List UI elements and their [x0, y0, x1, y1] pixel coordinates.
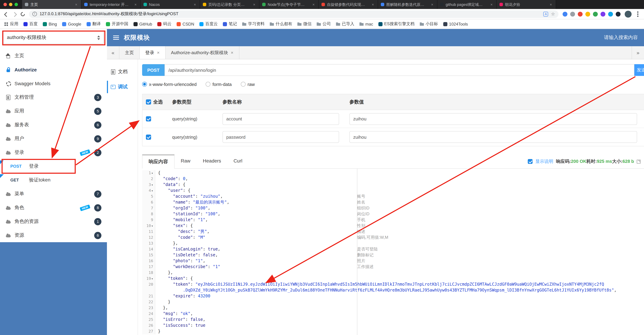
request-url-input[interactable]	[165, 64, 634, 76]
bookmark-item[interactable]: 微信	[297, 21, 312, 27]
menu-toggle-icon[interactable]	[113, 36, 119, 40]
radio-icon[interactable]	[206, 82, 210, 86]
line-number[interactable]: 7	[142, 205, 155, 211]
radio-icon[interactable]	[240, 82, 246, 86]
sidebar-item[interactable]: 角色 NEW 8	[0, 201, 107, 214]
sidebar-item[interactable]: 应用 5	[0, 104, 107, 118]
tab-close-icon[interactable]	[193, 2, 197, 6]
line-number[interactable]: 19	[142, 276, 155, 282]
tab-close-icon[interactable]	[74, 2, 78, 6]
line-number[interactable]: 14	[142, 246, 155, 252]
header-search-input[interactable]: 请输入搜索内容	[604, 34, 638, 41]
extension-icon[interactable]	[562, 12, 568, 16]
bookmark-item[interactable]: 什么都有	[270, 21, 292, 27]
doc-tab[interactable]: Authorize-authority-权限模块	[166, 46, 239, 59]
back-button[interactable]	[4, 12, 8, 16]
bookmark-item[interactable]: 已导入	[336, 21, 354, 27]
content-type-option[interactable]: form-data	[206, 82, 232, 87]
line-number[interactable]: 16	[142, 258, 155, 264]
bookmark-item[interactable]: GitHub	[133, 22, 152, 26]
browser-tab[interactable]: 朝花夕拾	[497, 0, 556, 9]
content-type-option[interactable]: x-www-form-urlencoded	[142, 82, 196, 87]
extension-icon[interactable]	[616, 12, 620, 16]
browser-tab[interactable]: github pages绑定域…	[438, 0, 497, 9]
browser-tab[interactable]: 页码/总记录数 分页…	[200, 0, 260, 9]
line-number[interactable]: 5	[142, 194, 155, 200]
doc-tab[interactable]: 主页	[119, 46, 140, 59]
param-name-input[interactable]	[222, 113, 339, 125]
bookmark-item[interactable]: CSDN	[176, 22, 194, 26]
sidebar-item[interactable]: 登录 NEW 2	[0, 146, 107, 160]
radio-icon[interactable]	[142, 82, 147, 86]
sidebar-item[interactable]: Swagger Models	[0, 76, 107, 90]
param-value-input[interactable]	[350, 113, 637, 125]
line-number[interactable]: 15	[142, 252, 155, 258]
line-number[interactable]: 8	[142, 211, 155, 217]
browser-tab[interactable]: Node节点(争夺子节…	[260, 0, 319, 9]
bookmark-item[interactable]: 笔记	[223, 21, 237, 27]
line-number[interactable]: 1	[142, 170, 155, 176]
tab-close-icon[interactable]	[430, 2, 434, 6]
doc-mode-item[interactable]: 文档	[107, 66, 138, 78]
tabs-scroll-left[interactable]: «	[107, 46, 119, 59]
browser-tab[interactable]: 主页	[22, 0, 82, 9]
select-all-checkbox[interactable]	[146, 99, 151, 104]
tab-close-icon[interactable]	[371, 2, 375, 6]
page-info-icon[interactable]	[32, 12, 37, 16]
bookmark-item[interactable]: ES搜索引擎文档	[378, 21, 414, 27]
content-type-option[interactable]: raw	[240, 82, 255, 87]
bookmark-item[interactable]: 公司	[317, 21, 331, 27]
profile-avatar[interactable]	[625, 10, 632, 18]
fullscreen-icon[interactable]	[637, 160, 640, 163]
doc-tab-close-icon[interactable]	[231, 50, 233, 55]
sidebar-item[interactable]: Authorize	[0, 63, 107, 76]
translate-icon[interactable]	[544, 12, 548, 16]
bookmark-item[interactable]: Google	[62, 22, 81, 26]
window-minimize-button[interactable]	[9, 3, 12, 6]
response-tab[interactable]: 响应内容	[142, 154, 174, 169]
param-checkbox[interactable]	[146, 116, 151, 122]
bookmark-item[interactable]: 百度	[24, 21, 38, 27]
line-number[interactable]: 17	[142, 264, 155, 270]
sidebar-item[interactable]: 角色的资源 1	[0, 214, 107, 228]
extension-icon[interactable]	[608, 12, 613, 16]
line-number[interactable]: 13	[142, 240, 155, 246]
extension-icon[interactable]	[593, 12, 598, 16]
forward-button[interactable]	[12, 12, 16, 16]
line-number[interactable]	[142, 288, 155, 293]
window-zoom-button[interactable]	[14, 3, 18, 6]
send-button[interactable]: 发送	[634, 64, 644, 76]
browser-menu-icon[interactable]	[637, 13, 638, 15]
line-number[interactable]: 26	[142, 322, 155, 328]
bookmark-item[interactable]: 小目标	[420, 21, 438, 27]
line-number[interactable]: 25	[142, 317, 155, 322]
sidebar-item[interactable]: POST 登录	[0, 160, 107, 173]
browser-tab[interactable]: Nacos	[141, 0, 200, 9]
sidebar-item[interactable]: 文档管理 3	[0, 90, 107, 104]
bookmark-item[interactable]: 应用	[4, 21, 18, 27]
sidebar-item[interactable]: GET 验证token	[0, 173, 107, 187]
reload-button[interactable]	[20, 11, 26, 17]
line-number[interactable]: 6	[142, 200, 155, 205]
extension-icon[interactable]	[570, 12, 575, 16]
line-number[interactable]: 4	[142, 188, 155, 194]
bookmark-star-icon[interactable]	[551, 12, 555, 16]
response-tab[interactable]: Raw	[174, 154, 196, 168]
bookmark-item[interactable]: 码云	[157, 21, 172, 27]
tabs-scroll-right[interactable]: »	[632, 46, 644, 59]
param-checkbox[interactable]	[146, 134, 151, 140]
extension-icon[interactable]	[578, 12, 582, 16]
bookmark-item[interactable]: 学习资料	[242, 21, 264, 27]
line-number[interactable]: 20	[142, 282, 155, 288]
show-desc-checkbox[interactable]	[528, 159, 532, 164]
line-number[interactable]: 3	[142, 182, 155, 188]
param-value-input[interactable]	[350, 131, 637, 143]
doc-tab[interactable]: 登录	[140, 46, 166, 59]
line-number[interactable]: 21	[142, 293, 155, 299]
doc-tab-close-icon[interactable]	[157, 50, 160, 55]
sidebar-item[interactable]: 主页	[0, 49, 107, 63]
line-number[interactable]: 22	[142, 299, 155, 305]
sidebar-item[interactable]: 用户 9	[0, 132, 107, 146]
bookmark-item[interactable]: 开源中国	[106, 21, 128, 27]
bookmark-item[interactable]: Bing	[43, 22, 57, 26]
